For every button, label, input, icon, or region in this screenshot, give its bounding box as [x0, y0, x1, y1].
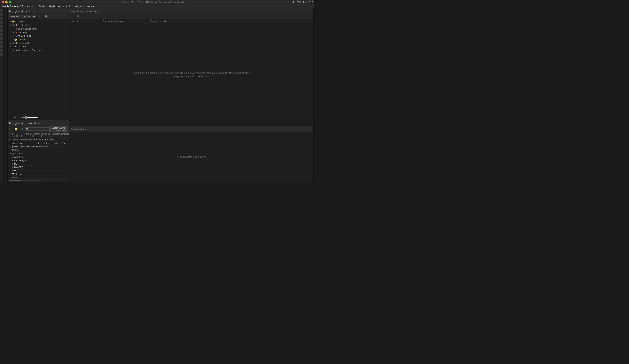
camara-expand[interactable]: ▼: [9, 153, 11, 154]
preset-row-nuevo-valor[interactable]: Nuevo valor H.264 1080x1920 Basado en e.…: [7, 141, 69, 145]
media-browser-dropdown[interactable]: Favoritos: [9, 15, 27, 18]
add-preset-button[interactable]: +: [8, 127, 11, 131]
avc-intra-expand[interactable]: ▶: [12, 156, 13, 158]
right-resize-handle[interactable]: [313, 8, 314, 182]
tree-item-jorge-ochoa[interactable]: ▶ ■ Jorge Ochoa MAC: [7, 27, 69, 31]
list-view-button[interactable]: ≡: [9, 116, 12, 119]
sidebar-icon-1[interactable]: [0, 9, 3, 12]
settings-folder-button[interactable]: ⚙: [76, 14, 80, 18]
local-drives-group[interactable]: ▼ Unidades locales: [7, 23, 69, 27]
sidebar-icon-7[interactable]: [0, 33, 3, 36]
avc-longg-expand[interactable]: ▶: [12, 160, 13, 161]
minimize-button[interactable]: [5, 1, 7, 3]
tree-item-lacie[interactable]: ▶ ■ LACIE PC: [7, 31, 69, 34]
menu-archivo[interactable]: Archivo: [25, 4, 37, 8]
detail-view-button[interactable]: ⊞: [13, 116, 17, 119]
encoding-panel: Codificación ≡ Sin codificación actualme…: [69, 126, 313, 182]
apply-preset-button[interactable]: Aplicar ajuste preestablecido: [49, 126, 68, 132]
sidebar-icon-12[interactable]: [0, 53, 3, 56]
zoom-slider[interactable]: [22, 116, 38, 119]
tree-item-versiones[interactable]: ▶ ☁ Versiones de Proyectos de: [7, 48, 69, 52]
maximize-button[interactable]: [9, 1, 11, 3]
network-drives-label: Unidades de red: [12, 42, 29, 44]
sidebar-icon-11[interactable]: [0, 49, 3, 52]
system-group-expand[interactable]: ▼: [8, 146, 10, 147]
close-button[interactable]: [1, 1, 4, 3]
filter-icon[interactable]: ▽: [38, 15, 40, 18]
network-expand[interactable]: ▶: [9, 42, 12, 45]
preset-item-camara[interactable]: ▼ 📷 Cámara: [7, 152, 69, 155]
sidebar-icon-4[interactable]: [0, 21, 3, 24]
icon-view-button[interactable]: ○: [17, 116, 21, 119]
favorites-group[interactable]: ▼ ⭐ Favoritos: [7, 20, 69, 23]
tree-item-macintosh[interactable]: ▶ ■ Macintosh HD: [7, 34, 69, 38]
file-tree: ▼ ⭐ Favoritos ▼ Unidades locales ▶ ■ Jor…: [7, 19, 69, 115]
local-drives-expand[interactable]: ▼: [9, 24, 12, 27]
edit-preset-button[interactable]: ✏: [18, 127, 20, 131]
preset-scrollbar[interactable]: [9, 180, 41, 181]
col-header-audio-rate: Velocidad de...: [50, 133, 59, 137]
remove-folder-button[interactable]: −: [81, 14, 85, 18]
user-presets-group[interactable]: ▼ Grupos y ajustes preestablecidos del u…: [7, 138, 69, 141]
inspection-menu-icon[interactable]: ≡: [97, 10, 98, 12]
preset-size-nuevo: 1080x1920: [42, 142, 51, 144]
preset-item-difusion[interactable]: ▼ 📡 Difusión: [7, 172, 69, 176]
menu-ayuda[interactable]: Ayuda: [86, 4, 96, 8]
cc-expand[interactable]: ▼: [9, 45, 12, 48]
sidebar-icon-9[interactable]: [0, 41, 3, 44]
user-group-expand[interactable]: ▼: [8, 139, 10, 141]
hdv-expand[interactable]: ▶: [12, 170, 13, 172]
preset-item-avc-intra[interactable]: ▶ AVC-Intra: [7, 155, 69, 159]
tree-item-preboot[interactable]: ▶ 📁 Preboot: [7, 38, 69, 41]
sidebar-icon-2[interactable]: [0, 13, 3, 16]
jorge-expand[interactable]: ▶: [12, 27, 15, 30]
mac-expand[interactable]: ▶: [12, 35, 15, 37]
network-drives-group[interactable]: ▶ Unidades de red: [7, 41, 69, 45]
inspection-col-format: Formato: [71, 20, 103, 22]
encoding-header: Codificación ≡: [69, 126, 313, 132]
menu-ajuste-preestablecido[interactable]: Ajuste preestablecido: [47, 4, 73, 8]
refresh-icon[interactable]: ↻: [41, 15, 43, 18]
duplicate-preset-button[interactable]: ⧉: [21, 127, 23, 131]
sidebar-icon-6[interactable]: [0, 29, 3, 32]
favorites-expand[interactable]: ▼: [9, 20, 12, 23]
creative-cloud-group[interactable]: ▼ Creative Cloud: [7, 45, 69, 48]
preset-item-dvcpro[interactable]: ▶ DVCPRO: [7, 166, 69, 169]
dv-expand[interactable]: ▶: [12, 163, 13, 165]
preset-item-dv[interactable]: ▶ DV: [7, 162, 69, 166]
menu-editar[interactable]: Editar: [37, 4, 46, 8]
cine-expand[interactable]: ▶: [9, 149, 11, 151]
system-presets-group[interactable]: ▼ Ajustes preestablecidos del sistema: [7, 145, 69, 148]
menu-ventana[interactable]: Ventana: [73, 4, 85, 8]
dv-label: DV: [14, 163, 17, 165]
sidebar-icon-8[interactable]: [0, 37, 3, 40]
folder-preset-button[interactable]: 📁: [14, 127, 17, 131]
sidebar-icon-10[interactable]: [0, 45, 3, 48]
sidebar-icon-5[interactable]: [0, 25, 3, 28]
nav-forward-button[interactable]: ▶: [32, 15, 36, 18]
as10-expand[interactable]: ▶: [12, 177, 13, 178]
media-browser-menu-icon[interactable]: ≡: [34, 10, 35, 12]
preset-item-cine[interactable]: ▶ 🎬 Cine: [7, 148, 69, 152]
add-folder-button[interactable]: +: [71, 14, 75, 18]
preset-item-hdv[interactable]: ▶ HDV: [7, 169, 69, 172]
lacie-expand[interactable]: ▶: [12, 31, 15, 34]
preboot-expand[interactable]: ▶: [12, 38, 15, 41]
preset-browser-menu-icon[interactable]: ≡: [38, 122, 39, 124]
dvcpro-expand[interactable]: ▶: [12, 166, 13, 168]
preset-item-avc-longg[interactable]: ▶ AVC-LongG: [7, 159, 69, 162]
difusion-expand[interactable]: ▼: [9, 173, 11, 175]
sidebar-icon-3[interactable]: [0, 17, 3, 20]
preset-arate-nuevo: 12 Mbps: [60, 142, 68, 144]
media-browser-title: Navegador de medios: [9, 10, 32, 12]
macintosh-label: Macintosh HD: [18, 35, 32, 37]
window-controls[interactable]: [1, 1, 11, 3]
remove-preset-button[interactable]: −: [11, 127, 14, 131]
camera-icon: 📷: [12, 152, 14, 155]
nav-back-button[interactable]: ◀: [27, 15, 31, 18]
versiones-expand[interactable]: ▶: [12, 49, 15, 52]
encoding-menu-icon[interactable]: ≡: [85, 128, 86, 130]
media-browser-search[interactable]: [44, 15, 68, 18]
preset-search-input[interactable]: [25, 127, 49, 131]
preset-item-as10[interactable]: ▶ AS-10: [7, 176, 69, 178]
